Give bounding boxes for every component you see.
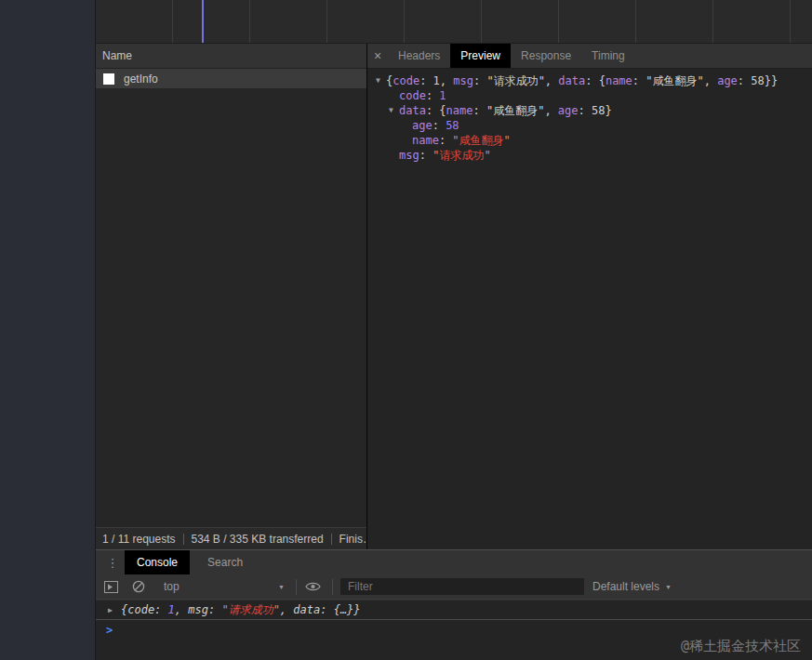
tree-toggle-icon[interactable]: ▼	[376, 73, 386, 88]
tree-line-tokens: code: 1	[399, 88, 446, 103]
request-detail-tabbar: × Headers Preview Response Timing	[367, 44, 812, 69]
summary-transferred: 534 B / 335 KB transferred	[184, 533, 331, 546]
devtools-window: Name getInfo 1 / 11 requests 534 B / 335…	[95, 0, 812, 660]
json-preview-tree: ▼ {code: 1, msg: "请求成功", data: {name: "咸…	[367, 69, 812, 549]
console-sidebar-toggle-icon[interactable]	[104, 581, 118, 593]
tree-line-tokens: name: "咸鱼翻身"	[412, 133, 511, 148]
tree-line-tokens: {code: 1, msg: "请求成功", data: {name: "咸鱼翻…	[386, 73, 778, 88]
log-expand-icon[interactable]: ▶	[108, 606, 121, 614]
console-filter-input[interactable]	[340, 578, 584, 595]
tree-toggle-icon[interactable]: ▼	[389, 103, 399, 118]
chevron-down-icon: ▼	[278, 584, 285, 590]
tree-toggle-icon	[389, 148, 399, 163]
execution-context-label: top	[164, 580, 180, 593]
request-list-column: Name getInfo 1 / 11 requests 534 B / 335…	[96, 44, 367, 549]
tree-line-tokens: data: {name: "咸鱼翻身", age: 58}	[399, 103, 612, 118]
network-overview-timeline[interactable]	[96, 0, 812, 44]
preview-tree-line: ▼ {code: 1, msg: "请求成功", data: {name: "咸…	[376, 73, 812, 88]
execution-context-selector[interactable]: top ▼	[164, 580, 285, 593]
tab-search[interactable]: Search	[195, 550, 255, 574]
request-favicon	[103, 73, 114, 85]
toolbar-divider	[296, 579, 297, 595]
summary-finish: Finis…	[332, 533, 366, 546]
network-panel: Name getInfo 1 / 11 requests 534 B / 335…	[96, 44, 812, 549]
tab-response[interactable]: Response	[511, 44, 581, 68]
tab-console[interactable]: Console	[125, 550, 190, 574]
preview-tree-line: msg: "请求成功"	[376, 148, 812, 163]
tab-timing[interactable]: Timing	[581, 44, 635, 68]
prompt-chevron-icon: >	[106, 624, 113, 637]
close-icon[interactable]: ×	[367, 44, 388, 68]
preview-tree-line: age: 58	[376, 118, 812, 133]
toolbar-divider	[332, 579, 333, 595]
column-header-name[interactable]: Name	[96, 44, 366, 69]
network-summary-bar: 1 / 11 requests 534 B / 335 KB transferr…	[96, 527, 366, 549]
live-expression-eye-icon[interactable]	[305, 581, 321, 592]
tree-line-tokens: msg: "请求成功"	[399, 148, 491, 163]
timeline-marker	[202, 0, 204, 43]
clear-console-icon[interactable]	[132, 580, 145, 593]
kebab-menu-icon[interactable]: ⋮	[108, 550, 117, 574]
chevron-down-icon: ▼	[665, 584, 672, 590]
tree-toggle-icon	[389, 88, 399, 103]
column-header-label: Name	[102, 49, 132, 62]
request-list-empty-area	[96, 88, 366, 527]
tab-headers[interactable]: Headers	[388, 44, 450, 68]
preview-tree-line: code: 1	[376, 88, 812, 103]
preview-tree-line: name: "咸鱼翻身"	[376, 133, 812, 148]
console-toolbar: top ▼ Default levels ▼	[96, 574, 812, 600]
tab-preview[interactable]: Preview	[450, 44, 511, 68]
screen: Name getInfo 1 / 11 requests 534 B / 335…	[0, 0, 812, 660]
tree-toggle-icon	[402, 133, 412, 148]
tree-toggle-icon	[402, 118, 412, 133]
log-object-preview: {code: 1, msg: "请求成功", data: {…}}	[121, 602, 361, 618]
log-levels-label: Default levels	[592, 580, 659, 593]
tree-line-tokens: age: 58	[412, 118, 459, 133]
log-levels-dropdown[interactable]: Default levels ▼	[592, 580, 672, 593]
watermark: @稀土掘金技术社区	[681, 638, 801, 655]
console-log-row: ▶ {code: 1, msg: "请求成功", data: {…}}	[96, 600, 812, 620]
console-prompt[interactable]: >	[96, 620, 812, 640]
preview-tree-line: ▼ data: {name: "咸鱼翻身", age: 58}	[376, 103, 812, 118]
console-messages-area: ▶ {code: 1, msg: "请求成功", data: {…}} > @稀…	[96, 600, 812, 660]
request-row-getinfo[interactable]: getInfo	[96, 69, 366, 88]
console-drawer: ⋮ Console Search top ▼	[96, 549, 812, 660]
summary-requests: 1 / 11 requests	[96, 533, 183, 546]
console-drawer-tabbar: ⋮ Console Search	[96, 550, 812, 574]
request-name: getInfo	[124, 73, 158, 86]
page-background	[0, 0, 95, 660]
request-detail-pane: × Headers Preview Response Timing ▼ {cod…	[367, 44, 812, 549]
